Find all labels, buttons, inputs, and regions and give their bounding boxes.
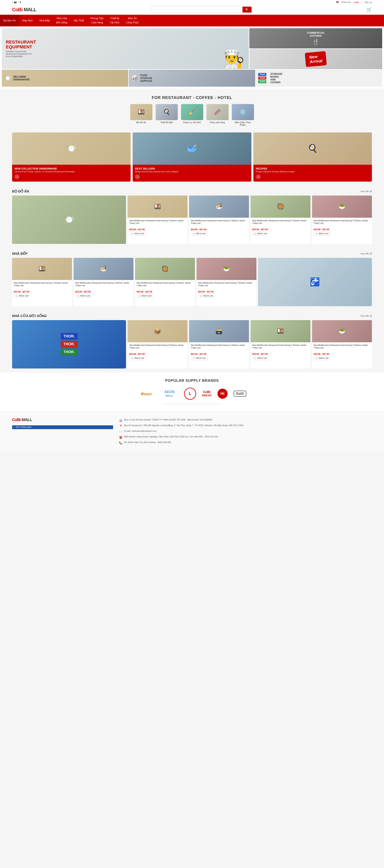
bo-do-an-section: BỘ ĐỒ ĂN Xem tất cả 🍽️ 🍱 New Multifuncti… <box>0 186 384 248</box>
melamine-icon: 🍽️ <box>4 75 11 82</box>
brand-lotte[interactable]: L <box>184 388 196 400</box>
nha-cua-body-1: New Multifunction Restaurant hotel leani… <box>189 342 249 362</box>
language-label[interactable]: ENGLISH <box>341 1 351 3</box>
add-to-cart-1[interactable]: 🛒 Add to cart <box>191 231 207 236</box>
nha-bep-card-3: 🥗 New Multifunction Restaurant hotel lea… <box>196 258 256 306</box>
nha-cua-img-1: 🗃️ <box>189 320 249 342</box>
nav-item-bo-ban-an[interactable]: Bộ Bàn Ăn <box>0 15 19 26</box>
nha-cua-price-3: $23.00 - $27.00 <box>314 353 370 355</box>
add-to-cart-0[interactable]: 🛒 Add to cart <box>129 231 146 236</box>
nha-cua-cart-2[interactable]: 🛒 Add to cart <box>252 356 269 360</box>
nav-item-thiet-bi[interactable]: Thiết BịVệ Sinh <box>107 15 123 26</box>
feat-arrow-bestsellers[interactable]: → <box>135 174 140 179</box>
sub-banner-melamine[interactable]: 🍽️ MELAMINEDINNERWARE <box>2 70 128 87</box>
nha-cua-cart-1[interactable]: 🛒 Add to cart <box>191 356 207 360</box>
feat-arrow-dinnerware[interactable]: → <box>14 174 19 179</box>
hero-main-banner[interactable]: RESTAURANT EQUIPMENT Reliable Commercial… <box>2 28 249 69</box>
youtube-icon[interactable]: ▶ <box>20 1 21 3</box>
brand-cobi-bread[interactable]: CoBi BREAD <box>202 390 212 397</box>
top-bar-right: 🇬🇧 ENGLISH Login / Sign up <box>336 1 372 3</box>
office-icon: 🏢 <box>119 418 122 423</box>
nha-bep-cart-0[interactable]: 🛒 Add to cart <box>14 294 30 298</box>
nha-cua-row: THOR. THOR. THOR. 📦 New Multifunction Re… <box>12 320 372 369</box>
hero-commercial-banner[interactable]: COMMERCIALKITCHEN 🍴 <box>249 28 382 49</box>
signup-link[interactable]: Sign up <box>364 1 372 3</box>
brand-gogi[interactable]: GoGi <box>234 391 246 397</box>
category-row: 🍱 Bộ Đồ Ăn 🍳 Thiết Bị Bếp 🧹 Dụng Cụ Vệ S… <box>0 102 384 130</box>
footer-info-4: 📞 MT (Kênh Siêu Thị) Nho Hương - 0908.20… <box>119 440 372 446</box>
nha-bep-cart-1[interactable]: 🛒 Add to cart <box>75 294 92 298</box>
cat-ve-sinh[interactable]: 🧹 Dụng Cụ Vệ Sinh <box>181 104 203 126</box>
cat-label-bao-quan: Bảo Quản Thực Phẩm <box>232 121 254 126</box>
instagram-icon[interactable]: 📷 <box>14 1 17 3</box>
cat-khay[interactable]: 🥢 Khay nhà hàng <box>206 104 229 126</box>
nha-bep-cart-3[interactable]: 🛒 Add to cart <box>198 294 215 298</box>
feat-subtitle-bestsellers: Always find the top products from every … <box>135 170 249 173</box>
feat-card-dinnerware[interactable]: 🍽️ NEW COLLECTION DINNERWARE Choose From… <box>12 132 131 182</box>
nav-item-may-moc[interactable]: Máy Móc <box>19 15 36 26</box>
nha-cua-cart-3[interactable]: 🛒 Add to cart <box>314 356 330 360</box>
brand-aeon[interactable]: AEON MALL <box>161 388 178 399</box>
nha-cua-card-2: 🍱 New Multifunction Restaurant hotel lea… <box>251 320 311 369</box>
search-input[interactable] <box>151 7 243 12</box>
nha-bep-price-0: $23.00 - $27.00 <box>14 290 70 293</box>
feat-title-bestsellers: BEST SELLERS <box>135 167 249 170</box>
sub-banner-food-storage[interactable]: 🥡 FOODSTORAGESUPPLIES <box>129 70 255 87</box>
brand-hi[interactable]: Hi <box>218 389 228 399</box>
nha-cua-view-more[interactable]: Xem tất cả <box>360 315 372 317</box>
nav-item-phong-tiec[interactable]: Phòng TiệcCửa Hàng <box>87 15 107 26</box>
nha-cua-title-1: New Multifunction Restaurant hotel leani… <box>191 344 247 352</box>
sub-banner-storage[interactable]: THOR THOR THOR STORAGEBOXESANDCOVERS <box>256 70 382 87</box>
nha-bep-price-3: $23.00 - $27.00 <box>198 290 255 293</box>
footer-text-0: Đơn vị chủ sở hữu website: CÔNG TY TNHH … <box>124 417 212 422</box>
nha-cua-img-0: 📦 <box>128 320 188 342</box>
nha-bep-img-1: 🍜 <box>73 258 133 280</box>
footer-text-1: Địa chỉ showroom: 788-200 Nguyễn Lương B… <box>124 423 243 428</box>
cat-img-ve-sinh: 🧹 <box>181 104 203 120</box>
mobile-icon: 📞 <box>119 440 122 446</box>
nha-cua-card-3: 🥗 New Multifunction Restaurant hotel lea… <box>312 320 372 369</box>
product-body-2: New Multifunction Restaurant hotel leani… <box>251 218 311 237</box>
search-button[interactable]: 🔍 <box>243 7 252 12</box>
nav-item-nha-bep[interactable]: Nhà Bếp <box>36 15 53 26</box>
nav-item-nha-cua[interactable]: Nhà CửaĐời Sống <box>53 15 70 26</box>
nav-item-mon-an[interactable]: Món ĂnCông Thức <box>123 15 142 26</box>
cat-bo-do-an[interactable]: 🍱 Bộ Đồ Ăn <box>130 104 152 126</box>
cat-label-khay: Khay nhà hàng <box>206 121 229 124</box>
hero-title: RESTAURANT EQUIPMENT <box>6 40 36 50</box>
cart-icon[interactable]: 🛒 <box>366 7 372 12</box>
login-link[interactable]: Login <box>354 1 359 3</box>
twitter-icon[interactable]: t <box>18 1 19 3</box>
main-nav: Bộ Bàn Ăn Máy Móc Nhà Bếp Nhà CửaĐời Sốn… <box>0 15 384 26</box>
bo-do-an-view-more[interactable]: Xem tất cả <box>360 190 372 193</box>
cat-thiet-bi-bep[interactable]: 🍳 Thiết Bị Bếp <box>156 104 178 126</box>
nha-cua-img-3: 🥗 <box>312 320 372 342</box>
bo-do-an-row: 🍽️ 🍱 New Multifunction Restaurant hotel … <box>12 195 372 244</box>
nha-bep-cart-2[interactable]: 🛒 Add to cart <box>137 294 153 298</box>
nha-cua-cart-0[interactable]: 🛒 Add to cart <box>129 356 146 360</box>
nha-cua-body-3: New Multifunction Restaurant hotel leani… <box>312 342 372 362</box>
add-to-cart-2[interactable]: 🛒 Add to cart <box>252 231 269 236</box>
feat-card-recipes[interactable]: 🍳 RECIPES A huge collection oof easy del… <box>253 132 372 182</box>
feat-arrow-recipes[interactable]: → <box>256 174 261 179</box>
feat-img-bestsellers: 🥣 <box>133 132 251 165</box>
product-title-2: New Multifunction Restaurant hotel leani… <box>252 219 309 227</box>
brands-sub-text: ────────────────────────────────────────… <box>12 403 372 405</box>
cat-img-thiet-bi-bep: 🍳 <box>156 104 178 120</box>
arrival-badge: New Arrival <box>305 51 327 67</box>
nha-bep-view-more[interactable]: Xem tất cả <box>360 252 372 255</box>
nha-bep-img-2: 🥘 <box>135 258 195 280</box>
logo[interactable]: CoBi MALL <box>12 7 36 12</box>
nha-cua-large-img: THOR. THOR. THOR. <box>12 320 126 369</box>
facebook-icon[interactable]: f <box>12 1 13 3</box>
nha-cua-section: NHÀ CỬA ĐỜI SỐNG Xem tất cả THOR. THOR. … <box>0 310 384 373</box>
product-title-0: New Multifunction Restaurant hotel leani… <box>129 219 186 227</box>
nav-item-noi-that[interactable]: Nội Thất <box>70 15 87 26</box>
add-to-cart-3[interactable]: 🛒 Add to cart <box>314 231 330 236</box>
brand-emart[interactable]: emart <box>138 389 155 398</box>
cat-bao-quan[interactable]: ❄️ Bảo Quản Thực Phẩm <box>232 104 254 126</box>
feat-card-bestsellers[interactable]: 🥣 BEST SELLERS Always find the top produ… <box>133 132 251 182</box>
certified-badge: ✓ ĐÃ THÔNG BÁO <box>12 425 113 429</box>
hero-arrival-banner[interactable]: New Arrival <box>249 49 382 69</box>
nha-cua-title-2: New Multifunction Restaurant hotel leani… <box>252 344 309 352</box>
